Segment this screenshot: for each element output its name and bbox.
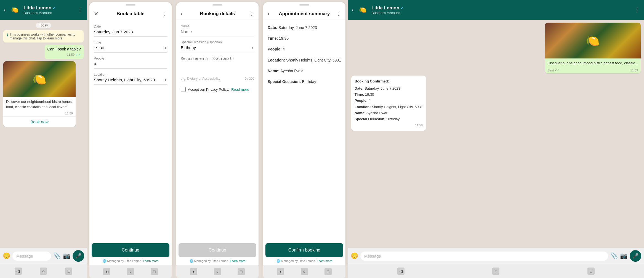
contact-subtitle: Business Account	[371, 11, 631, 15]
modal-title: Booking details	[188, 11, 246, 17]
privacy-text: Accept our Privacy Policy.	[188, 87, 229, 92]
home-nav-button[interactable]: ○	[40, 268, 47, 275]
menu-dots-icon[interactable]: ⋮	[77, 6, 83, 14]
requirements-input[interactable]	[181, 56, 254, 76]
continue-button[interactable]: Continue	[92, 243, 169, 257]
recent-nav-button[interactable]: □	[65, 268, 72, 275]
home-nav-button[interactable]: ○	[301, 268, 308, 275]
avatar: 🍋	[9, 4, 21, 16]
booking-confirmed-name: Name: Ayesha Pwar	[355, 110, 423, 116]
back-icon[interactable]: ‹	[352, 6, 354, 14]
phone-handle	[176, 2, 259, 8]
back-nav-button[interactable]: ◁	[277, 268, 284, 275]
close-button[interactable]: ✕	[94, 10, 102, 17]
recent-nav-button[interactable]: □	[324, 268, 332, 275]
home-nav-button[interactable]: ○	[492, 268, 499, 275]
managed-text: 🌐 Managed by Little Lemon. Learn more	[263, 257, 345, 265]
p5-input-bar: 😊 Message 📎 📷 🎤	[348, 248, 644, 264]
sent-message: Can I book a table? 11:59 ✓✓	[45, 45, 84, 59]
summary-date: Date: Saturday, June 7 2023	[268, 24, 341, 31]
message-input[interactable]: Message	[360, 252, 608, 261]
nav-bar-2: ◁ ○ □	[89, 265, 172, 278]
header-info: Little Lemon ✓ Business Account	[371, 5, 631, 15]
date-field: Date Saturday, Jun 7 2023	[94, 25, 167, 37]
camera-icon[interactable]: 📷	[63, 252, 70, 260]
continue-button-disabled: Continue	[179, 243, 256, 257]
name-field: Name	[181, 24, 254, 36]
card-text: Discover our neighbourhood bistro honest…	[3, 97, 76, 111]
camera-icon[interactable]: 📷	[620, 252, 627, 260]
booking-confirmed-location: Location: Shortly Heights, Light City, 5…	[355, 104, 423, 110]
booking-details-header: ‹ Booking details ⋮	[176, 8, 259, 20]
learn-more-link[interactable]: Learn more	[143, 259, 158, 263]
card-text: Discover our neighbourhood bistro honest…	[545, 58, 641, 68]
mic-button[interactable]: 🎤	[630, 250, 641, 262]
back-button[interactable]: ‹	[181, 10, 188, 17]
verified-icon: ✓	[52, 6, 56, 10]
attach-icon[interactable]: 📎	[53, 252, 61, 260]
summary-location-value: Shortly Heights, Light City, 5931	[286, 58, 341, 62]
recent-nav-button[interactable]: □	[238, 268, 245, 275]
summary-occasion: Special Occasion: Birthday	[268, 78, 341, 85]
date-value[interactable]: Saturday, Jun 7 2023	[94, 30, 167, 37]
menu-dots-icon[interactable]: ⋮	[634, 6, 640, 14]
managed-text: 🌐 Managed by Little Lemon. Learn more	[176, 257, 259, 265]
summary-people-label: People:	[268, 47, 282, 51]
chat-body: Today ℹ This business works with other c…	[0, 20, 87, 248]
learn-more-link[interactable]: Learn more	[317, 259, 332, 263]
phone-handle	[263, 2, 345, 8]
occasion-value[interactable]: Birthday ▼	[181, 45, 254, 52]
booking-confirmed-date: Date: Saturday, June 7 2023	[355, 85, 423, 92]
summary-time-label: Time:	[268, 36, 278, 41]
avatar: 🍋	[356, 4, 369, 16]
handle-bar	[299, 4, 309, 6]
location-value[interactable]: Shortly Heights, Light City, 59923 ▼	[94, 77, 167, 85]
more-options-icon[interactable]: ⋮	[246, 11, 254, 17]
modal-title: Appointment summary	[275, 11, 333, 17]
emoji-icon[interactable]: 😊	[351, 252, 358, 260]
emoji-icon[interactable]: 😊	[3, 252, 10, 260]
name-input[interactable]	[181, 29, 254, 34]
handle-bar	[212, 4, 222, 6]
nav-bar-4: ◁ ○ □	[263, 265, 345, 278]
more-options-icon[interactable]: ⋮	[159, 11, 167, 17]
back-nav-button[interactable]: ◁	[190, 268, 197, 275]
mic-button[interactable]: 🎤	[73, 250, 84, 262]
char-count: 0 / 300	[245, 77, 254, 80]
more-options-icon[interactable]: ⋮	[333, 11, 341, 17]
booking-details-panel: ‹ Booking details ⋮ Name Special Occasio…	[174, 0, 261, 278]
summary-location: Location: Shortly Heights, Light City, 5…	[268, 57, 341, 64]
card-image: 🍋	[3, 61, 76, 97]
back-nav-button[interactable]: ◁	[103, 268, 110, 275]
privacy-checkbox[interactable]	[181, 87, 186, 92]
back-button[interactable]: ‹	[268, 10, 275, 17]
recent-nav-button[interactable]: □	[151, 268, 158, 275]
card-time: 11:59	[630, 69, 638, 72]
back-icon[interactable]: ‹	[4, 6, 6, 14]
name-value[interactable]	[181, 29, 254, 36]
managed-text: 🌐 Managed by Little Lemon. Learn more	[89, 257, 172, 265]
appointment-summary-body: Date: Saturday, June 7 2023 Time: 19:30 …	[263, 20, 345, 243]
people-field: People 4	[94, 57, 167, 69]
booking-confirmed-title: Booking Confirmed:	[355, 78, 423, 84]
modal-title: Book a table	[102, 11, 159, 17]
back-nav-button[interactable]: ◁	[15, 268, 22, 275]
home-nav-button[interactable]: ○	[214, 268, 221, 275]
verified-icon: ✓	[400, 6, 404, 10]
summary-name-value: Ayesha Pwar	[280, 69, 303, 73]
message-input[interactable]: Message	[12, 252, 51, 261]
attach-icon[interactable]: 📎	[610, 252, 618, 260]
home-nav-button[interactable]: ○	[127, 268, 134, 275]
back-nav-button[interactable]: ◁	[397, 268, 405, 275]
recent-nav-button[interactable]: □	[587, 268, 595, 275]
summary-occasion-label: Special Occasion:	[268, 79, 301, 84]
read-more-link[interactable]: Read more	[231, 87, 249, 92]
book-table-panel: ✕ Book a table ⋮ Date Saturday, Jun 7 20…	[87, 0, 174, 278]
book-now-button[interactable]: Book now	[3, 116, 76, 127]
learn-more-link[interactable]: Learn more	[230, 259, 245, 263]
people-value[interactable]: 4	[94, 62, 167, 69]
time-value[interactable]: 19:30 ▼	[94, 46, 167, 53]
summary-occasion-value: Birthday	[302, 79, 316, 84]
confirm-booking-button[interactable]: Confirm booking	[265, 243, 343, 257]
info-banner[interactable]: ℹ This business works with other compani…	[3, 30, 84, 42]
